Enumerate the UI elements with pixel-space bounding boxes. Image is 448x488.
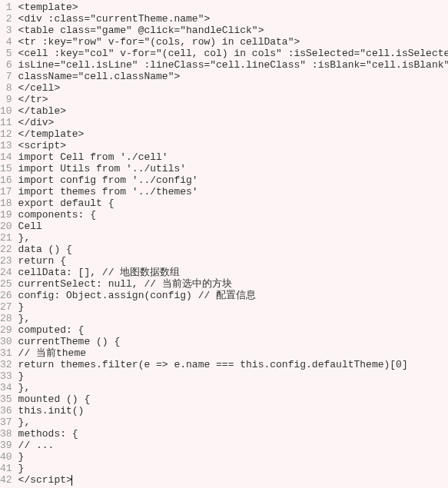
line-number: 5 (0, 48, 12, 59)
code-line[interactable]: } (18, 301, 448, 313)
line-number: 14 (0, 151, 12, 163)
code-line[interactable]: currentTheme () { (18, 336, 448, 347)
code-line[interactable]: <cell :key="col" v-for="(cell, col) in c… (18, 48, 448, 59)
code-line[interactable]: </div> (18, 117, 448, 128)
code-line[interactable]: components: { (18, 209, 448, 221)
code-line[interactable]: } (18, 451, 448, 463)
line-number: 23 (0, 255, 12, 267)
code-line[interactable]: return { (18, 255, 448, 267)
line-number: 40 (0, 451, 12, 463)
line-number: 8 (0, 82, 12, 94)
code-line[interactable]: cellData: [], // 地图数据数组 (18, 267, 448, 278)
text-cursor (71, 475, 72, 486)
code-line[interactable]: className="cell.className"> (18, 71, 448, 82)
line-number: 25 (0, 278, 12, 290)
line-number: 38 (0, 428, 12, 440)
line-number: 3 (0, 25, 12, 36)
line-number: 32 (0, 359, 12, 370)
line-number: 41 (0, 463, 12, 474)
code-line[interactable]: }, (18, 382, 448, 393)
line-number: 26 (0, 290, 12, 301)
line-number: 15 (0, 163, 12, 174)
code-content[interactable]: <template><div :class="currentTheme.name… (18, 2, 448, 486)
line-number: 33 (0, 370, 12, 382)
code-line[interactable]: return themes.filter(e => e.name === thi… (18, 359, 448, 370)
code-line[interactable]: mounted () { (18, 393, 448, 405)
line-number: 24 (0, 267, 12, 278)
line-number: 11 (0, 117, 12, 128)
line-number: 1 (0, 2, 12, 13)
code-line[interactable]: </cell> (18, 82, 448, 94)
code-line[interactable]: // ... (18, 440, 448, 451)
code-line[interactable]: <script> (18, 140, 448, 151)
code-line[interactable]: <template> (18, 2, 448, 13)
line-number: 10 (0, 105, 12, 117)
code-line[interactable]: } (18, 370, 448, 382)
line-number: 7 (0, 71, 12, 82)
code-line[interactable]: import Cell from './cell' (18, 151, 448, 163)
line-number: 17 (0, 186, 12, 198)
line-number: 36 (0, 405, 12, 417)
code-line[interactable]: data () { (18, 244, 448, 255)
line-number: 12 (0, 128, 12, 140)
code-line[interactable]: import themes from '../themes' (18, 186, 448, 198)
code-line[interactable]: import Utils from '../utils' (18, 163, 448, 174)
code-line[interactable]: </script> (18, 474, 448, 486)
code-line[interactable]: } (18, 463, 448, 474)
code-line[interactable]: import config from '../config' (18, 174, 448, 186)
line-number-gutter: 1234567891011121314151617181920212223242… (0, 2, 18, 486)
line-number: 21 (0, 232, 12, 244)
code-line[interactable]: <div :class="currentTheme.name"> (18, 13, 448, 25)
code-editor[interactable]: 1234567891011121314151617181920212223242… (0, 0, 448, 486)
code-line[interactable]: }, (18, 313, 448, 324)
line-number: 42 (0, 474, 12, 486)
code-line[interactable]: this.init() (18, 405, 448, 417)
line-number: 31 (0, 347, 12, 359)
code-line[interactable]: <tr :key="row" v-for="(cols, row) in cel… (18, 36, 448, 48)
line-number: 20 (0, 221, 12, 232)
line-number: 2 (0, 13, 12, 25)
line-number: 34 (0, 382, 12, 393)
code-line[interactable]: isLine="cell.isLine" :lineClass="cell.li… (18, 59, 448, 71)
code-line[interactable]: <table class="game" @click="handleClick"… (18, 25, 448, 36)
line-number: 6 (0, 59, 12, 71)
line-number: 13 (0, 140, 12, 151)
code-line[interactable]: </template> (18, 128, 448, 140)
code-line[interactable]: computed: { (18, 324, 448, 336)
code-line[interactable]: // 当前theme (18, 347, 448, 359)
line-number: 29 (0, 324, 12, 336)
line-number: 39 (0, 440, 12, 451)
line-number: 37 (0, 417, 12, 428)
code-line[interactable]: </table> (18, 105, 448, 117)
line-number: 30 (0, 336, 12, 347)
code-line[interactable]: currentSelect: null, // 当前选中的方块 (18, 278, 448, 290)
code-line[interactable]: }, (18, 232, 448, 244)
line-number: 9 (0, 94, 12, 105)
code-line[interactable]: export default { (18, 198, 448, 209)
line-number: 19 (0, 209, 12, 221)
code-line[interactable]: methods: { (18, 428, 448, 440)
code-line[interactable]: </tr> (18, 94, 448, 105)
code-line[interactable]: }, (18, 417, 448, 428)
code-line[interactable]: config: Object.assign(config) // 配置信息 (18, 290, 448, 301)
line-number: 27 (0, 301, 12, 313)
line-number: 16 (0, 174, 12, 186)
line-number: 18 (0, 198, 12, 209)
code-line[interactable]: Cell (18, 221, 448, 232)
line-number: 22 (0, 244, 12, 255)
line-number: 28 (0, 313, 12, 324)
line-number: 35 (0, 393, 12, 405)
line-number: 4 (0, 36, 12, 48)
